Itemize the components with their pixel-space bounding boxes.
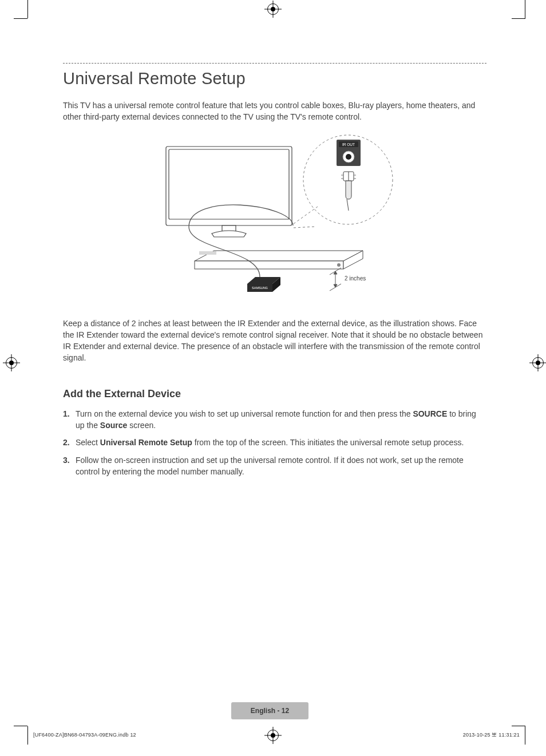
step-text: from the top of the screen. This initiat… [192,438,464,447]
page-content: Universal Remote Setup This TV has a uni… [63,63,486,483]
svg-rect-11 [169,149,289,219]
list-item: Follow the on-screen instruction and set… [63,454,486,478]
crop-mark [27,726,28,745]
list-item: Turn on the external device you wish to … [63,408,486,432]
registration-mark-icon [267,3,279,15]
section-heading: Add the External Device [63,388,486,400]
divider [63,63,486,64]
step-text: screen. [127,421,156,430]
svg-rect-14 [199,251,216,255]
svg-point-15 [337,263,341,267]
svg-point-7 [346,154,351,160]
crop-mark [525,726,525,745]
step-text: Turn on the external device you wish to … [76,409,413,418]
step-text: Follow the on-screen instruction and set… [76,456,464,476]
registration-mark-icon [267,730,279,741]
bold-text: Source [100,421,127,430]
svg-text:IR OUT: IR OUT [342,143,355,147]
page-title: Universal Remote Setup [63,69,486,88]
step-text: Select [76,438,100,447]
svg-line-1 [294,207,318,224]
list-item: Select Universal Remote Setup from the t… [63,437,486,448]
registration-mark-icon [532,357,544,369]
page-number-tab: English - 12 [231,702,308,719]
bold-text: SOURCE [413,409,447,418]
crop-mark [512,726,525,726]
registration-mark-icon [6,357,17,369]
footer-timestamp: 2013-10-25 뽀 11:31:21 [463,732,520,738]
svg-line-2 [294,227,315,228]
steps-list: Turn on the external device you wish to … [63,408,486,477]
caption-paragraph: Keep a distance of 2 inches at least bet… [63,318,486,364]
crop-mark [525,0,525,18]
svg-rect-13 [195,261,343,269]
crop-mark [14,726,27,726]
intro-paragraph: This TV has a universal remote control f… [63,100,486,123]
svg-text:SAMSUNG: SAMSUNG [252,286,268,290]
footer-filename: [UF6400-ZA]BN68-04793A-09ENG.indb 12 [33,732,136,738]
crop-mark [14,18,27,19]
crop-mark [512,18,525,19]
crop-mark [27,0,28,18]
svg-text:2 inches: 2 inches [345,275,366,282]
setup-diagram: IR OUT [126,132,424,310]
bold-text: Universal Remote Setup [100,438,192,447]
